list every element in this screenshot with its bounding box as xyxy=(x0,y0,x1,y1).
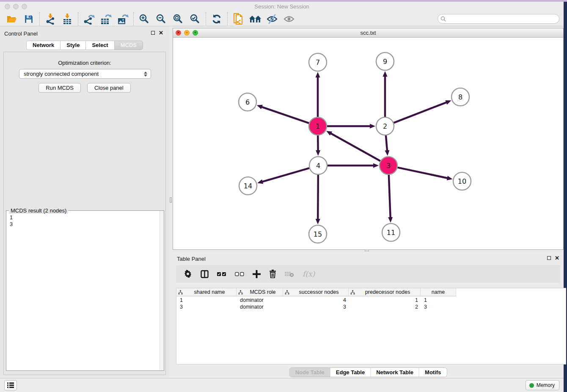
tab-network-table[interactable]: Network Table xyxy=(371,368,419,377)
control-panel-title: Control Panel xyxy=(4,30,38,37)
export-network-button[interactable] xyxy=(80,13,97,25)
hierarchy-icon xyxy=(285,290,289,295)
frame-resize-grip[interactable] xyxy=(365,249,369,251)
mcds-result-list[interactable]: 13 xyxy=(6,212,160,370)
table-toolbar: f(x) xyxy=(176,265,560,283)
table-row[interactable]: 1dominator411 xyxy=(176,297,456,304)
graph-edge-1-6[interactable] xyxy=(261,107,309,123)
table-cell[interactable]: 3 xyxy=(421,304,456,310)
main-toolbar xyxy=(0,12,564,26)
mcds-result-group: MCDS result (2 nodes) 13 xyxy=(6,210,164,371)
import-network-button[interactable] xyxy=(42,13,59,25)
table-cell[interactable]: dominator xyxy=(237,304,283,310)
zoom-in-icon xyxy=(139,14,150,25)
deselect-all-button[interactable] xyxy=(235,268,244,279)
table-cell[interactable]: 1 xyxy=(176,297,237,304)
run-mcds-button[interactable]: Run MCDS xyxy=(39,83,81,93)
control-panel-tabs: NetworkStyleSelectMCDS xyxy=(26,41,143,50)
column-header-shared-name[interactable]: shared name xyxy=(176,288,237,296)
task-history-button[interactable] xyxy=(4,380,17,390)
table-cell[interactable]: 1 xyxy=(349,297,421,304)
column-header-MCDS-role[interactable]: MCDS role xyxy=(237,288,283,296)
import-table-button[interactable] xyxy=(59,13,76,25)
show-columns-button[interactable] xyxy=(201,268,209,279)
memory-label: Memory xyxy=(537,382,555,388)
zoom-out-button[interactable] xyxy=(153,13,170,25)
select-all-button[interactable] xyxy=(217,268,226,279)
graph-edge-3-1[interactable] xyxy=(330,133,380,161)
hide-selected-button[interactable] xyxy=(264,13,281,25)
graph-edge-4-14[interactable] xyxy=(262,168,309,182)
graph-edge-3-10[interactable] xyxy=(398,168,448,178)
tab-network[interactable]: Network xyxy=(26,41,60,50)
result-scrollbar[interactable] xyxy=(160,211,164,370)
graph-edge-4-15[interactable] xyxy=(318,175,318,220)
network-canvas[interactable]: 1234678910111415 xyxy=(173,38,563,248)
close-panel-icon[interactable]: ✕ xyxy=(555,256,559,260)
zoom-in-button[interactable] xyxy=(136,13,153,25)
tab-select[interactable]: Select xyxy=(85,41,114,50)
export-table-button[interactable] xyxy=(97,13,114,25)
tab-mcds[interactable]: MCDS xyxy=(114,41,143,50)
save-floppy-icon xyxy=(24,14,34,24)
zoom-out-icon xyxy=(156,14,167,25)
new-network-from-selection-button[interactable] xyxy=(230,13,247,25)
zoom-selected-button[interactable] xyxy=(187,13,204,25)
column-header-label: name xyxy=(421,289,456,295)
add-row-button[interactable] xyxy=(253,268,261,279)
import-table-icon xyxy=(62,14,73,25)
table-row[interactable]: 3dominator323 xyxy=(176,304,456,310)
table-cell[interactable]: 3 xyxy=(283,304,349,310)
float-panel-icon[interactable] xyxy=(151,31,155,35)
divider-grip[interactable] xyxy=(170,197,172,203)
column-header-successor-nodes[interactable]: successor nodes xyxy=(283,288,349,296)
float-panel-icon[interactable] xyxy=(547,256,551,260)
optimization-select[interactable]: strongly connected component xyxy=(19,69,151,79)
export-image-button[interactable] xyxy=(114,13,131,25)
memory-button[interactable]: Memory xyxy=(526,380,559,390)
optimization-value: strongly connected component xyxy=(24,71,144,77)
toolbar-separator xyxy=(133,12,134,26)
delete-column-button[interactable] xyxy=(285,268,294,279)
open-session-button[interactable] xyxy=(3,13,20,25)
tab-style[interactable]: Style xyxy=(60,41,85,50)
search-input[interactable] xyxy=(446,15,559,23)
table-cell[interactable]: dominator xyxy=(237,297,283,304)
graph-edge-2-3[interactable] xyxy=(386,135,387,151)
tab-motifs[interactable]: Motifs xyxy=(419,368,446,377)
table-cell[interactable]: 3 xyxy=(176,304,237,310)
graph-edge-2-8[interactable] xyxy=(394,102,447,123)
table-cell[interactable]: 2 xyxy=(349,304,421,310)
network-file-icon xyxy=(233,13,244,25)
panel-divider[interactable] xyxy=(169,26,173,378)
tab-edge-table[interactable]: Edge Table xyxy=(330,368,371,377)
first-neighbors-button[interactable] xyxy=(247,13,264,25)
close-panel-icon[interactable]: ✕ xyxy=(159,30,163,35)
graph-edge-arrowhead xyxy=(316,72,320,77)
show-all-button[interactable] xyxy=(281,13,297,25)
hierarchy-icon xyxy=(350,290,355,295)
toolbar-separator xyxy=(227,12,228,26)
column-header-predecessor-nodes[interactable]: predecessor nodes xyxy=(349,288,421,296)
search-field[interactable] xyxy=(438,14,559,24)
node-table[interactable]: shared nameMCDS rolesuccessor nodesprede… xyxy=(176,288,566,364)
zoom-fit-button[interactable] xyxy=(170,13,187,25)
table-cell[interactable]: 1 xyxy=(421,297,456,304)
network-graph[interactable]: 1234678910111415 xyxy=(173,38,563,248)
column-header-name[interactable]: name xyxy=(421,288,456,296)
table-cell[interactable]: 4 xyxy=(283,297,349,304)
function-builder-button[interactable]: f(x) xyxy=(303,268,315,279)
graph-node-label: 8 xyxy=(458,93,462,101)
tab-node-table[interactable]: Node Table xyxy=(290,368,330,377)
refresh-view-button[interactable] xyxy=(208,13,225,25)
network-frame-titlebar[interactable]: ✕ − + scc.txt xyxy=(173,28,563,38)
application-window: Session: New Session xyxy=(0,2,564,392)
delete-row-button[interactable] xyxy=(269,268,276,279)
close-panel-button[interactable]: Close panel xyxy=(87,83,131,93)
save-session-button[interactable] xyxy=(20,13,37,25)
mcds-buttons: Run MCDS Close panel xyxy=(4,83,165,93)
toolbar-separator xyxy=(206,12,206,26)
graph-edge-3-11[interactable] xyxy=(389,175,391,218)
table-settings-button[interactable] xyxy=(184,268,192,279)
network-frame-title: scc.txt xyxy=(173,28,563,38)
